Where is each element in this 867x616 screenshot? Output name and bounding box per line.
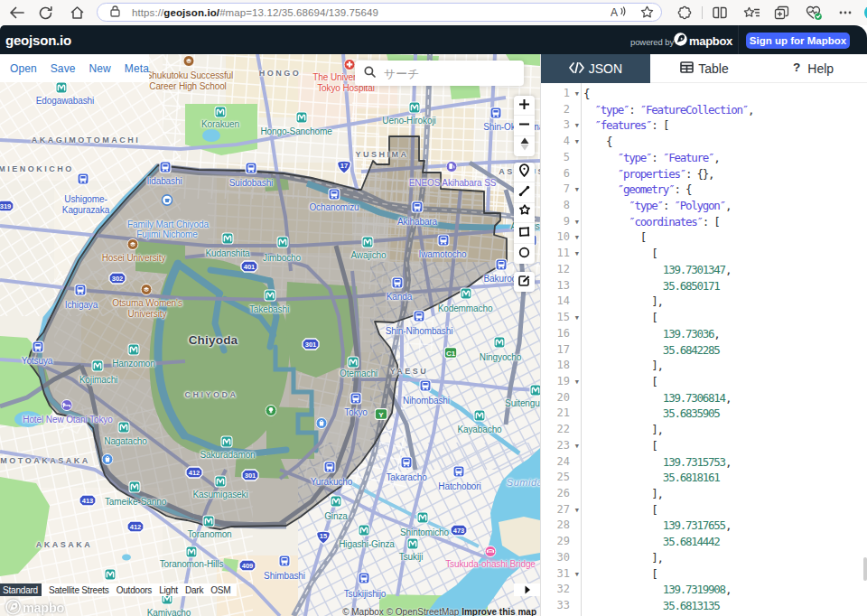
code-line[interactable]: {: [583, 86, 753, 102]
fold-arrow-icon[interactable]: ▼: [575, 87, 579, 103]
menu-item-save[interactable]: Save: [51, 62, 76, 75]
fold-arrow-icon[interactable]: ▼: [575, 503, 579, 519]
code-line[interactable]: ],: [583, 358, 753, 374]
tab-help[interactable]: ?Help: [759, 54, 867, 83]
code-line[interactable]: ″features″: [: [583, 117, 753, 134]
collapse-panel-button[interactable]: [514, 583, 540, 596]
json-editor[interactable]: 1▼23▼4▼567▼89▼10▼11▼12131415▼16171819▼20…: [541, 83, 867, 616]
code-line[interactable]: 35.6818161: [583, 470, 753, 486]
fold-arrow-icon[interactable]: ▼: [575, 182, 579, 199]
fold-arrow-icon[interactable]: ▼: [575, 135, 579, 151]
map-label: Korakuen: [201, 119, 239, 129]
token-punctuation: ],: [583, 487, 663, 500]
code-line[interactable]: {: [583, 134, 753, 150]
fold-arrow-icon[interactable]: ▼: [575, 215, 579, 231]
fold-arrow-icon[interactable]: ▼: [575, 311, 579, 327]
code-line[interactable]: ],: [583, 486, 753, 502]
code-line[interactable]: [: [583, 502, 753, 518]
code-line[interactable]: 35.6813135: [583, 598, 753, 614]
code-line[interactable]: 139.7315753,: [583, 454, 753, 471]
home-icon[interactable]: [66, 2, 88, 23]
compass-button[interactable]: [514, 136, 535, 156]
tab-table[interactable]: Table: [650, 54, 760, 83]
fold-arrow-icon[interactable]: ▼: [575, 375, 579, 391]
map-label: Shimbashi: [264, 571, 305, 581]
code-line[interactable]: 35.6835905: [583, 406, 753, 422]
favorites-bar-icon[interactable]: [741, 2, 762, 23]
menu-item-open[interactable]: Open: [10, 62, 37, 75]
zoom-out-button[interactable]: [514, 116, 535, 135]
reload-icon[interactable]: [34, 2, 56, 23]
code-line[interactable]: [: [583, 438, 753, 454]
style-standard[interactable]: Standard: [0, 583, 42, 596]
split-screen-icon[interactable]: [709, 2, 731, 23]
more-menu-icon[interactable]: [834, 2, 856, 23]
map[interactable]: AKAGIMOTOMACHIMIENOKICHOHONGOYUSHIMACHIY…: [0, 54, 540, 616]
code-line[interactable]: [: [583, 566, 753, 583]
code-line[interactable]: ″type″: ″FeatureCollection″,: [583, 102, 753, 118]
metro-station-icon: [295, 111, 308, 127]
code-line[interactable]: [: [583, 374, 753, 390]
attrib-osm[interactable]: © OpenStreetMap: [387, 607, 460, 616]
editor-code[interactable]: { ″type″: ″FeatureCollection″, ″features…: [583, 86, 753, 614]
code-line[interactable]: 139.7319908,: [583, 582, 753, 598]
fold-arrow-icon[interactable]: ▼: [575, 439, 579, 455]
draw-rectangle-button[interactable]: [514, 223, 535, 243]
code-line[interactable]: [: [583, 246, 753, 262]
map-label: Family Mart Chiyoda: [127, 219, 209, 229]
menu-item-meta[interactable]: Meta: [125, 62, 149, 75]
style-satellite-streets[interactable]: Satellite Streets: [49, 585, 109, 597]
style-light[interactable]: Light: [159, 585, 178, 597]
draw-polygon-button[interactable]: [514, 203, 535, 223]
code-line[interactable]: ″geometry″: {: [583, 182, 753, 198]
zoom-in-icon: [518, 98, 530, 114]
fold-arrow-icon[interactable]: ▼: [575, 230, 579, 247]
code-line[interactable]: ],: [583, 294, 753, 310]
menu-item-new[interactable]: New: [89, 62, 111, 75]
tab-json[interactable]: JSON: [541, 54, 650, 83]
draw-circle-button[interactable]: [514, 244, 535, 264]
lock-icon[interactable]: [110, 5, 120, 21]
code-line[interactable]: ″type″: ″Polygon″,: [583, 198, 753, 214]
code-line[interactable]: ],: [583, 422, 753, 438]
editor-scrollbar[interactable]: [863, 557, 867, 581]
code-line[interactable]: 35.6850171: [583, 278, 753, 294]
code-line[interactable]: 139.7301347,: [583, 262, 753, 278]
copilot-icon[interactable]: [859, 2, 867, 23]
search-input[interactable]: [384, 67, 528, 80]
style-outdoors[interactable]: Outdoors: [117, 585, 153, 597]
fold-arrow-icon[interactable]: ▼: [575, 118, 579, 135]
code-line[interactable]: 139.7306814,: [583, 390, 753, 406]
draw-line-button[interactable]: [514, 182, 535, 202]
back-icon[interactable]: [5, 2, 27, 23]
fold-arrow-icon[interactable]: ▼: [575, 567, 579, 583]
style-osm[interactable]: OSM: [210, 585, 230, 597]
edit-geometry-button[interactable]: [514, 272, 535, 292]
code-line[interactable]: [: [583, 229, 753, 246]
code-line[interactable]: 35.6842285: [583, 342, 753, 359]
browser-essentials-icon[interactable]: [803, 2, 825, 23]
attrib-improve-link[interactable]: Improve this map: [461, 607, 536, 616]
code-line[interactable]: 35.6814442: [583, 534, 753, 550]
code-line[interactable]: ],: [583, 550, 753, 566]
signup-button[interactable]: Sign up for Mapbox: [746, 33, 850, 49]
geolocate-button[interactable]: [514, 163, 535, 182]
extensions-icon[interactable]: [674, 2, 695, 23]
code-line[interactable]: ″properties″: {},: [583, 166, 753, 182]
map-attribution[interactable]: © Mapbox © OpenStreetMap Improve this ma…: [342, 607, 536, 616]
favorite-star-icon[interactable]: [640, 5, 654, 22]
zoom-in-button[interactable]: [514, 96, 535, 116]
search-box[interactable]: [355, 61, 524, 86]
address-bar[interactable]: https://geojson.io/#map=13.12/35.68694/1…: [97, 3, 662, 22]
code-line[interactable]: 139.73036,: [583, 326, 753, 342]
collections-icon[interactable]: [770, 2, 792, 23]
style-dark[interactable]: Dark: [185, 585, 203, 597]
code-line[interactable]: 139.7317655,: [583, 518, 753, 534]
attrib-mapbox[interactable]: © Mapbox: [342, 607, 384, 616]
code-line[interactable]: [: [583, 310, 753, 326]
code-line[interactable]: ″type″: ″Feature″,: [583, 150, 753, 166]
map-label: Suitengumae: [505, 398, 540, 408]
read-aloud-icon[interactable]: A: [611, 5, 626, 22]
code-line[interactable]: ″coordinates″: [: [583, 214, 753, 230]
fold-arrow-icon[interactable]: ▼: [575, 247, 579, 263]
